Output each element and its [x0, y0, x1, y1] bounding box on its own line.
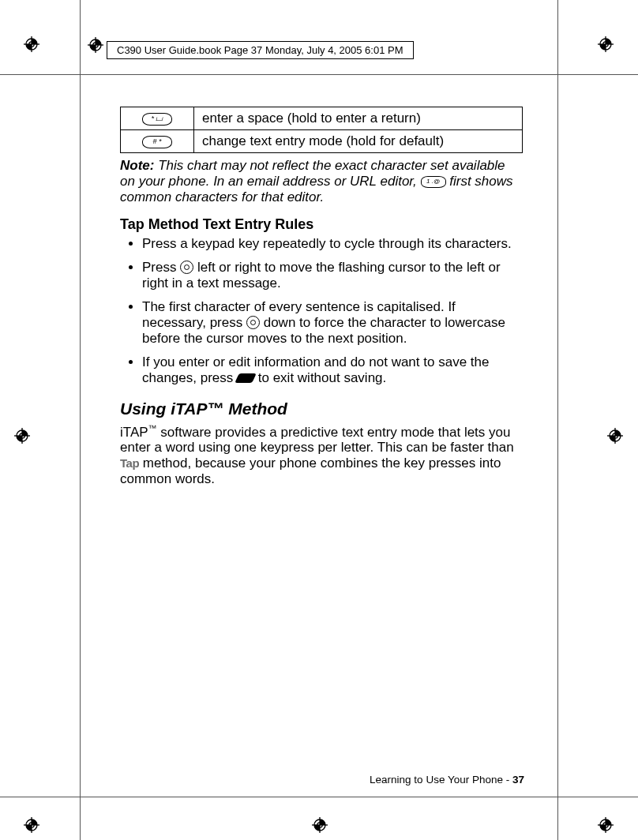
key-glyph-icon: # * — [142, 136, 172, 148]
section-heading-itap: Using iTAP™ Method — [120, 399, 523, 418]
note-label: Note: — [120, 158, 154, 173]
page-content: * ⌴ enter a space (hold to enter a retur… — [120, 107, 523, 487]
rules-list: Press a keypad key repeatedly to cycle t… — [120, 236, 523, 386]
tap-label: Tap — [120, 456, 139, 470]
page-number: 37 — [512, 774, 524, 786]
crop-line — [0, 74, 638, 75]
itap-word: iTAP — [120, 424, 148, 439]
registration-mark-icon — [607, 428, 623, 444]
registration-mark-icon — [88, 37, 103, 53]
key-glyph-icon: * ⌴ — [142, 113, 172, 126]
table-row: * ⌴ enter a space (hold to enter a retur… — [121, 107, 523, 130]
crop-line — [0, 797, 638, 797]
crop-line — [80, 0, 81, 840]
nav-key-icon — [180, 261, 193, 274]
rule-text-before: Press — [142, 260, 180, 275]
page-footer: Learning to Use Your Phone - 37 — [370, 774, 524, 786]
registration-mark-icon — [598, 817, 614, 833]
list-item: If you enter or edit information and do … — [142, 354, 523, 386]
key-desc: change text entry mode (hold for default… — [194, 130, 523, 153]
nav-key-icon — [246, 316, 260, 329]
itap-after: method, because your phone combines the … — [120, 456, 501, 486]
registration-mark-icon — [24, 36, 39, 52]
list-item: Press a keypad key repeatedly to cycle t… — [142, 236, 523, 252]
file-info-text: C390 User Guide.book Page 37 Monday, Jul… — [117, 44, 403, 56]
registration-mark-icon — [14, 428, 30, 444]
table-row: # * change text entry mode (hold for def… — [121, 130, 523, 153]
one-key-icon: 1 .@ — [421, 176, 446, 188]
end-key-icon — [235, 373, 257, 383]
note-paragraph: Note: This chart may not reflect the exa… — [120, 158, 523, 205]
key-desc: enter a space (hold to enter a return) — [194, 107, 523, 130]
footer-text: Learning to Use Your Phone - — [370, 774, 512, 786]
list-item: Press left or right to move the flashing… — [142, 260, 523, 291]
character-key-table: * ⌴ enter a space (hold to enter a retur… — [120, 107, 523, 153]
subheading-tap-rules: Tap Method Text Entry Rules — [120, 216, 523, 233]
registration-mark-icon — [312, 817, 328, 833]
file-info-header: C390 User Guide.book Page 37 Monday, Jul… — [107, 41, 414, 59]
rule-text-after: left or right to move the flashing curso… — [142, 260, 501, 291]
itap-mid: software provides a predictive text entr… — [120, 424, 514, 455]
tm-symbol: ™ — [148, 423, 157, 433]
key-cell: # * — [121, 130, 194, 153]
crop-line — [557, 0, 558, 840]
registration-mark-icon — [24, 817, 39, 833]
registration-mark-icon — [598, 36, 614, 52]
rule-text: Press a keypad key repeatedly to cycle t… — [142, 236, 512, 251]
list-item: The first character of every sentence is… — [142, 299, 523, 347]
key-cell: * ⌴ — [121, 107, 194, 130]
itap-paragraph: iTAP™ software provides a predictive tex… — [120, 423, 523, 488]
rule-text-after: to exit without saving. — [258, 370, 387, 385]
note-text-before: This chart may not reflect the exact cha… — [120, 158, 505, 189]
